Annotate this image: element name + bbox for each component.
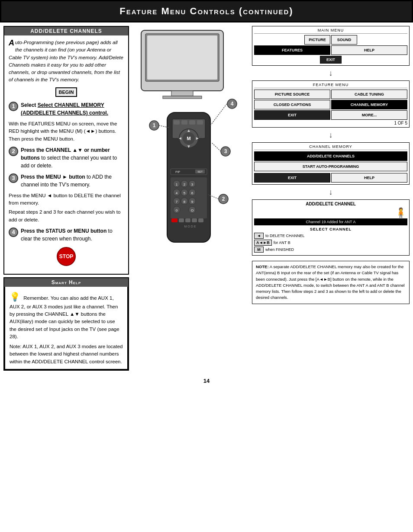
svg-rect-42 <box>179 218 184 222</box>
svg-rect-2 <box>147 35 217 80</box>
arrow-down-1: ↓ <box>252 69 410 77</box>
channel-memory-button[interactable]: CHANNEL MEMORY <box>331 100 407 109</box>
svg-rect-3 <box>171 91 193 96</box>
closed-captions-button[interactable]: CLOSED CAPTIONS <box>254 100 330 109</box>
left-column: ADD/DELETE CHANNELS Auto-Programming (se… <box>3 26 129 371</box>
svg-text:SET: SET <box>197 170 203 173</box>
main-menu-title: MAIN MENU <box>254 28 407 34</box>
arrow-down-3: ↓ <box>252 188 410 196</box>
step-3c-text: Repeat steps 2 and 3 for each channel yo… <box>9 208 124 224</box>
svg-text:O: O <box>191 208 194 212</box>
exit-button-feature[interactable]: EXIT <box>254 110 330 120</box>
picture-button[interactable]: PICTURE <box>304 35 330 45</box>
svg-text:M O D E: M O D E <box>184 225 196 228</box>
smart-help-note-text: Note: AUX 1, AUX 2, and AUX 3 modes are … <box>10 343 123 365</box>
svg-text:3: 3 <box>191 183 194 186</box>
channel-memory-box-title: CHANNEL MEMORY <box>254 144 407 150</box>
step-3: 3 Press the MENU ► button to ADD the cha… <box>9 173 124 189</box>
key-row-3: M when FINISHED <box>254 247 407 253</box>
channel-memory-box: CHANNEL MEMORY ADD/DELETE CHANNELS START… <box>252 142 410 185</box>
svg-rect-7 <box>174 120 180 125</box>
add-delete-channels-button[interactable]: ADD/DELETE CHANNELS <box>254 151 407 161</box>
smart-help-intro-text: 💡 Remember. You can also add the AUX 1, … <box>10 290 123 340</box>
features-row: FEATURES HELP <box>254 45 407 55</box>
figure-icon: 🧍 <box>254 208 407 218</box>
smart-help-section: Smart Help 💡 Remember. You can also add … <box>3 277 129 371</box>
exit-button-main[interactable]: EXIT <box>320 56 342 64</box>
step-4-text: Press the STATUS or MENU button to clear… <box>21 227 124 243</box>
main-menu-row: PICTURE SOUND <box>254 35 407 45</box>
delete-key-symbol: ◄ <box>254 233 264 239</box>
svg-text:2: 2 <box>184 183 186 186</box>
main-menu-box: MAIN MENU PICTURE SOUND FEATURES HELP EX… <box>252 26 410 66</box>
svg-text:1: 1 <box>153 122 156 128</box>
svg-text:8: 8 <box>184 200 186 204</box>
cable-tuning-button[interactable]: CABLE TUNING <box>331 90 407 99</box>
svg-text:PIP: PIP <box>175 170 181 173</box>
menu-key-symbol: M <box>254 247 264 253</box>
step-2: 2 Press the CHANNEL ▲▼ or number buttons… <box>9 146 124 170</box>
antb-key-text: for ANT B <box>274 240 290 245</box>
intro-paragraph: Auto-Programming (see previous page) add… <box>9 39 124 84</box>
svg-text:2: 2 <box>222 196 225 202</box>
exit-button-channel-memory[interactable]: EXIT <box>254 173 330 183</box>
select-channel-label: SELECT CHANNEL <box>254 227 407 231</box>
svg-text:7: 7 <box>176 200 178 204</box>
channel-status: Channel 19 Added for ANT A <box>254 218 407 225</box>
add-delete-channel-title: ADD/DELETE CHANNEL <box>254 202 407 206</box>
svg-rect-45 <box>198 218 203 222</box>
smart-help-title: Smart Help <box>4 278 128 287</box>
begin-box: BEGIN <box>55 87 77 97</box>
smart-help-content: 💡 Remember. You can also add the AUX 1, … <box>4 287 128 370</box>
page-title: Feature Menu Controls (continued) <box>119 6 293 16</box>
step-3-text: Press the MENU ► button to ADD the chann… <box>21 173 124 189</box>
svg-rect-4 <box>163 96 202 99</box>
features-button[interactable]: FEATURES <box>254 45 330 55</box>
picture-source-button[interactable]: PICTURE SOURCE <box>254 90 330 99</box>
note-box: NOTE: A separate ADD/DELETE CHANNEL memo… <box>252 261 410 304</box>
svg-text:4: 4 <box>231 101 234 107</box>
step-1-text: Select Select CHANNEL MEMORY (ADD/DELETE… <box>21 101 124 117</box>
page-indicator: 1 OF 5 <box>254 121 407 125</box>
svg-text:▼: ▼ <box>187 144 191 149</box>
section-content: Auto-Programming (see previous page) add… <box>4 35 128 274</box>
svg-line-58 <box>210 104 227 125</box>
svg-text:4: 4 <box>176 191 178 195</box>
diagrams-row: M ◄ ► ▲ ▼ 1 2 3 4 <box>132 26 410 304</box>
feature-grid: PICTURE SOURCE CABLE TUNING CLOSED CAPTI… <box>254 90 407 120</box>
svg-text:M: M <box>187 136 190 141</box>
step-2-text: Press the CHANNEL ▲▼ or number buttons t… <box>21 146 124 170</box>
svg-rect-9 <box>189 120 195 125</box>
right-column: M ◄ ► ▲ ▼ 1 2 3 4 <box>132 26 410 371</box>
start-auto-programming-button[interactable]: START AUTO-PROGRAMMING <box>254 162 407 171</box>
svg-text:0: 0 <box>176 208 178 212</box>
svg-text:9: 9 <box>191 200 194 204</box>
menu-diagrams: MAIN MENU PICTURE SOUND FEATURES HELP EX… <box>252 26 410 304</box>
svg-rect-10 <box>197 120 203 125</box>
svg-text:3: 3 <box>224 148 227 154</box>
page-number: 14 <box>0 374 413 388</box>
note-label: NOTE: <box>256 264 269 269</box>
more-button[interactable]: MORE... <box>331 110 407 120</box>
stop-button: STOP <box>57 247 76 266</box>
remote-tv-illustration: M ◄ ► ▲ ▼ 1 2 3 4 <box>132 26 249 251</box>
illustration-area: M ◄ ► ▲ ▼ 1 2 3 4 <box>132 26 249 251</box>
key-row-1: ◄ to DELETE CHANNEL <box>254 233 407 239</box>
svg-text:1: 1 <box>176 183 178 186</box>
add-delete-section: ADD/DELETE CHANNELS Auto-Programming (se… <box>3 26 129 275</box>
help-button-channel-memory[interactable]: HELP <box>331 173 407 183</box>
svg-text:▲: ▲ <box>187 128 191 133</box>
step-1: 1 Select Select CHANNEL MEMORY (ADD/DELE… <box>9 101 124 117</box>
help-button[interactable]: HELP <box>331 45 407 55</box>
svg-rect-8 <box>181 120 187 125</box>
svg-text:5: 5 <box>184 191 186 195</box>
feature-menu-title: FEATURE MENU <box>254 83 407 88</box>
svg-rect-44 <box>192 218 197 222</box>
add-delete-channel-box: ADD/DELETE CHANNEL 🧍 Channel 19 Added fo… <box>252 199 410 256</box>
menu-key-text: when FINISHED <box>265 247 294 252</box>
sound-button[interactable]: SOUND <box>331 35 357 45</box>
step-2-number: 2 <box>9 147 18 156</box>
note-text: A separate ADD/DELETE CHANNEL memory may… <box>256 264 405 300</box>
page-header: Feature Menu Controls (continued) <box>0 0 413 22</box>
key-row-2: A◄►B for ANT B <box>254 240 407 246</box>
